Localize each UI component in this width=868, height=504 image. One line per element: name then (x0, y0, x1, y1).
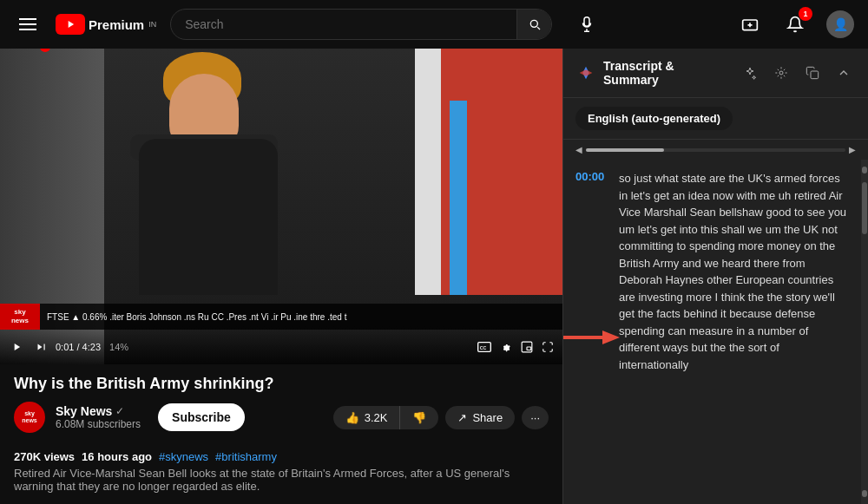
add-video-button[interactable] (736, 10, 764, 38)
share-button[interactable]: ↗ Share (445, 406, 515, 429)
ticker-text: FTSE ▲ 0.66% .iter Boris Johnson .ns Ru … (40, 312, 353, 322)
captions-button[interactable]: CC (476, 342, 493, 352)
upload-time: 16 hours ago (82, 450, 152, 463)
transcript-header: Transcript & Summary (563, 49, 868, 98)
copy-button[interactable] (800, 61, 825, 85)
studio-accent (450, 101, 467, 295)
subscribe-button[interactable]: Subscribe (158, 403, 245, 431)
play-icon (10, 341, 23, 353)
collapse-button[interactable] (832, 61, 856, 85)
transcript-settings-button[interactable] (769, 61, 793, 85)
chevron-up-icon (837, 66, 851, 80)
time-display: 0:01 / 4:23 (56, 342, 101, 352)
cc-icon: CC (477, 342, 491, 352)
search-input[interactable] (171, 17, 516, 31)
scrollbar-top-arrow (862, 167, 867, 173)
play-button[interactable] (7, 339, 26, 355)
lower-third: skynews FTSE ▲ 0.66% .iter Boris Johnson… (0, 304, 562, 330)
settings-icon (500, 341, 512, 353)
share-icon: ↗ (457, 411, 467, 424)
ai-generate-button[interactable] (738, 61, 762, 85)
gear-icon (774, 66, 788, 80)
svg-point-5 (779, 71, 783, 75)
sparkle-icon (743, 66, 757, 80)
gemini-icon (576, 63, 595, 82)
country-badge: IN (148, 20, 156, 29)
notifications-button[interactable]: 1 (781, 10, 809, 38)
subscriber-count: 6.08M subscribers (56, 418, 141, 430)
video-player: skynews FTSE ▲ 0.66% .iter Boris Johnson… (0, 49, 562, 364)
fullscreen-icon (542, 341, 554, 353)
video-description: Retired Air Vice-Marshal Sean Bell looks… (14, 467, 549, 493)
top-navigation: PremiumIN 1 👤 (0, 0, 868, 49)
scroll-track[interactable] (586, 148, 845, 152)
video-thumbnail[interactable]: skynews FTSE ▲ 0.66% .iter Boris Johnson… (0, 49, 562, 364)
svg-rect-4 (527, 347, 531, 350)
transcript-text: so just what state are the UK's armed fo… (619, 170, 849, 373)
view-count: 270K views (14, 450, 75, 463)
transcript-entry: 00:00 so just what state are the UK's ar… (575, 170, 849, 373)
scroll-thumb (586, 148, 664, 152)
anchor-figure (104, 69, 347, 295)
channel-row: skynews Sky News ✓ 6.08M subscribers Sub… (14, 402, 549, 433)
like-button[interactable]: 👍 3.2K (333, 406, 400, 429)
play-icon (62, 18, 78, 30)
main-area: skynews FTSE ▲ 0.66% .iter Boris Johnson… (0, 49, 868, 504)
svg-text:CC: CC (480, 345, 487, 350)
language-button[interactable]: English (auto-generated) (575, 107, 733, 130)
transcript-scrollbar[interactable] (861, 160, 868, 504)
transcript-title: Transcript & Summary (603, 59, 731, 87)
transcript-body[interactable]: 00:00 so just what state are the UK's ar… (563, 160, 861, 504)
video-info: Why is the British Army shrinking? skyne… (0, 364, 562, 443)
timestamp[interactable]: 00:00 (575, 170, 608, 373)
svg-rect-6 (811, 71, 819, 79)
video-controls: 0:01 / 4:23 14% CC (0, 330, 562, 364)
scrollbar-thumb[interactable] (862, 182, 867, 234)
fullscreen-button[interactable] (540, 341, 556, 353)
transcript-icon (575, 62, 596, 83)
scroll-hint: ◀ ▶ (563, 140, 868, 160)
hashtag-skynews[interactable]: #skynews (159, 450, 208, 463)
next-button[interactable] (31, 339, 50, 355)
scrollbar-bottom-arrow (862, 490, 867, 497)
microphone-icon (579, 16, 595, 32)
search-button[interactable] (516, 9, 551, 40)
views-row: 270K views 16 hours ago #skynews #britis… (14, 450, 549, 463)
youtube-logo (56, 14, 85, 35)
like-dislike-group: 👍 3.2K 👎 (333, 406, 439, 429)
miniplayer-button[interactable] (519, 341, 535, 353)
channel-avatar[interactable]: skynews (14, 402, 45, 433)
language-selector: English (auto-generated) (563, 98, 868, 140)
scroll-right-indicator: ▶ (849, 145, 856, 154)
brand-name: Premium (89, 17, 144, 32)
microphone-button[interactable] (573, 10, 601, 38)
search-icon (528, 17, 542, 31)
video-title: Why is the British Army shrinking? (14, 375, 549, 393)
dislike-button[interactable]: 👎 (399, 406, 438, 429)
share-label: Share (472, 411, 503, 424)
studio-pillar (415, 49, 441, 295)
copy-icon (806, 66, 819, 80)
like-count: 3.2K (365, 411, 388, 424)
channel-name-row: Sky News ✓ (56, 404, 141, 418)
more-options-button[interactable]: ··· (522, 406, 549, 429)
notification-badge: 1 (799, 7, 812, 21)
hamburger-menu-button[interactable] (14, 10, 42, 38)
hashtag-britisharmy[interactable]: #britisharmy (215, 450, 277, 463)
thumbs-up-icon: 👍 (345, 411, 359, 424)
channel-info: Sky News ✓ 6.08M subscribers (56, 404, 141, 430)
hamburger-icon (19, 18, 36, 30)
anchor-body (139, 139, 278, 295)
skip-next-icon (35, 341, 47, 353)
avatar[interactable]: 👤 (826, 10, 854, 38)
scroll-left-indicator: ◀ (575, 145, 582, 154)
thumbs-down-icon: 👎 (412, 411, 426, 424)
sky-news-logo: skynews (0, 304, 40, 330)
settings-button[interactable] (498, 341, 514, 353)
video-section: skynews FTSE ▲ 0.66% .iter Boris Johnson… (0, 49, 562, 504)
transcript-inner: 00:00 so just what state are the UK's ar… (563, 160, 868, 504)
miniplayer-icon (521, 341, 533, 353)
verified-icon: ✓ (115, 405, 124, 417)
search-bar (170, 9, 552, 40)
channel-name: Sky News (56, 404, 112, 418)
